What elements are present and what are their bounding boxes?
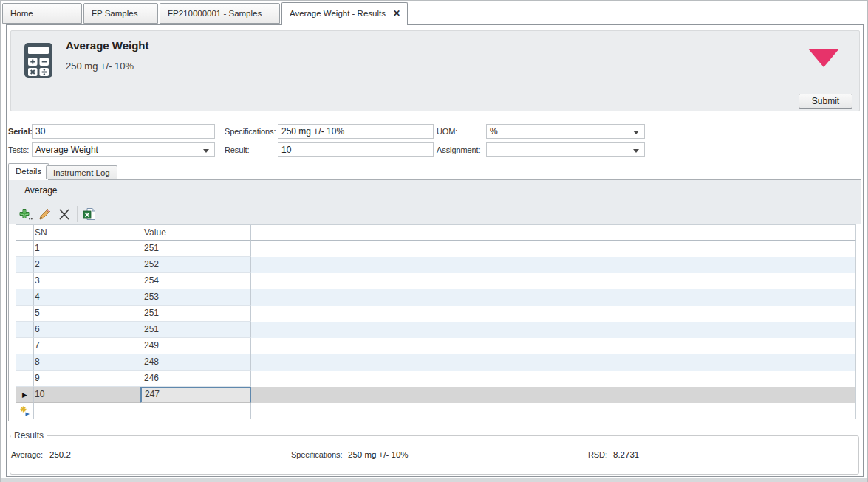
cell-sn[interactable]: 2 (34, 257, 140, 273)
specifications-result-value: 250 mg +/- 10% (348, 450, 409, 459)
average-result-label: Average: (11, 450, 43, 459)
row-marker-cell: ▶ (16, 387, 34, 403)
row-filler (251, 387, 856, 403)
page-subtitle: 250 mg +/- 10% (66, 61, 134, 72)
tab-fp210000001-samples[interactable]: FP210000001 - Samples (160, 3, 280, 24)
header-value[interactable]: Value (140, 225, 251, 241)
uom-label: UOM: (437, 124, 457, 139)
new-cell-value[interactable] (140, 403, 251, 419)
add-row-icon[interactable] (18, 208, 33, 221)
tab-details[interactable]: Details (8, 163, 49, 180)
table-row[interactable]: 5251 (16, 306, 856, 322)
tab-average-weight-results-label: Average Weight - Results (290, 9, 386, 18)
export-excel-icon[interactable] (83, 207, 96, 221)
new-row-icon (20, 406, 30, 416)
app-window: Home FP Samples FP210000001 - Samples Av… (0, 0, 868, 482)
row-filler (251, 371, 856, 387)
assignment-select[interactable] (486, 142, 645, 157)
uom-select[interactable]: % (486, 124, 645, 139)
row-marker-cell (16, 354, 34, 371)
tests-label: Tests: (8, 142, 29, 157)
table-body: 125122523254425352516251724982489246▶102… (16, 241, 856, 419)
table-row[interactable]: 2252 (16, 257, 856, 273)
cell-sn[interactable]: 6 (34, 322, 140, 338)
rsd-result-label: RSD: (588, 450, 607, 459)
table-row[interactable]: ▶10247 (16, 387, 856, 403)
row-filler (251, 338, 856, 354)
status-fail-triangle-icon (808, 49, 839, 67)
submit-button[interactable]: Submit (799, 94, 852, 109)
header-filler (251, 225, 856, 241)
cell-sn[interactable]: 5 (34, 306, 140, 322)
rsd-result-value: 8.2731 (613, 450, 639, 459)
row-marker-cell (16, 338, 34, 354)
tab-close-icon[interactable]: ✕ (393, 3, 400, 24)
row-marker-cell (16, 241, 34, 257)
table-row[interactable]: 3254 (16, 273, 856, 289)
assignment-label: Assignment: (437, 142, 480, 157)
row-filler (251, 257, 856, 273)
row-marker-cell (16, 273, 34, 289)
table-row[interactable]: 7249 (16, 338, 856, 354)
table-header: SN Value (16, 224, 856, 241)
table-row[interactable]: 6251 (16, 322, 856, 338)
row-filler (251, 354, 856, 371)
header-divider (17, 86, 852, 86)
tab-home[interactable]: Home (2, 3, 82, 24)
new-cell-sn[interactable] (34, 403, 140, 419)
cell-sn[interactable]: 3 (34, 273, 140, 289)
results-legend: Results (11, 430, 47, 441)
table-row[interactable]: 1251 (16, 241, 856, 257)
delete-row-icon[interactable] (58, 209, 70, 220)
window-bottom-edge (1, 478, 868, 482)
row-marker-cell (16, 371, 34, 387)
toolbar (9, 202, 861, 224)
new-row-filler (251, 403, 856, 419)
selected-row-arrow-icon: ▶ (22, 391, 27, 399)
cell-sn[interactable]: 9 (34, 371, 140, 387)
table-row[interactable]: 9246 (16, 371, 856, 387)
cell-value[interactable]: 246 (140, 371, 251, 387)
result-input[interactable]: 10 (278, 142, 434, 157)
cell-sn[interactable]: 7 (34, 338, 140, 354)
tab-instrument-log[interactable]: Instrument Log (46, 165, 117, 179)
row-filler (251, 322, 856, 338)
row-marker-cell (16, 289, 34, 306)
cell-sn[interactable]: 8 (34, 354, 140, 371)
new-row[interactable] (16, 403, 856, 419)
tab-fp-samples[interactable]: FP Samples (83, 3, 158, 24)
cell-value[interactable]: 251 (140, 241, 251, 257)
cell-sn[interactable]: 10 (34, 387, 140, 403)
table-row[interactable]: 8248 (16, 354, 856, 371)
specifications-label: Specifications: (225, 124, 276, 139)
page-title: Average Weight (66, 39, 149, 52)
tab-average-weight-results[interactable]: Average Weight - Results✕ (281, 2, 408, 25)
cell-value[interactable]: 251 (140, 306, 251, 322)
specifications-result-label: Specifications: (291, 450, 342, 459)
serial-input[interactable]: 30 (32, 124, 215, 139)
tests-select[interactable]: Average Weight (32, 142, 215, 157)
cell-value[interactable]: 247 (140, 387, 251, 403)
calculator-icon (24, 42, 53, 78)
table-row[interactable]: 4253 (16, 289, 856, 306)
cell-value[interactable]: 252 (140, 257, 251, 273)
cell-value[interactable]: 248 (140, 354, 251, 371)
group-header-average: Average (9, 180, 861, 202)
specifications-input[interactable]: 250 mg +/- 10% (278, 124, 434, 139)
row-marker-cell (16, 306, 34, 322)
tab-fp-samples-label: FP Samples (92, 9, 137, 18)
cell-value[interactable]: 249 (140, 338, 251, 354)
cell-value[interactable]: 251 (140, 322, 251, 338)
header-sn[interactable]: SN (34, 225, 140, 241)
header-marker (16, 225, 34, 241)
row-filler (251, 241, 856, 257)
cell-value[interactable]: 253 (140, 289, 251, 306)
cell-sn[interactable]: 1 (34, 241, 140, 257)
serial-label: Serial: (8, 124, 33, 139)
toolbar-separator (77, 206, 78, 222)
cell-sn[interactable]: 4 (34, 289, 140, 306)
edit-row-icon[interactable] (38, 207, 52, 221)
results-groupbox (10, 435, 859, 475)
row-filler (251, 289, 856, 306)
cell-value[interactable]: 254 (140, 273, 251, 289)
